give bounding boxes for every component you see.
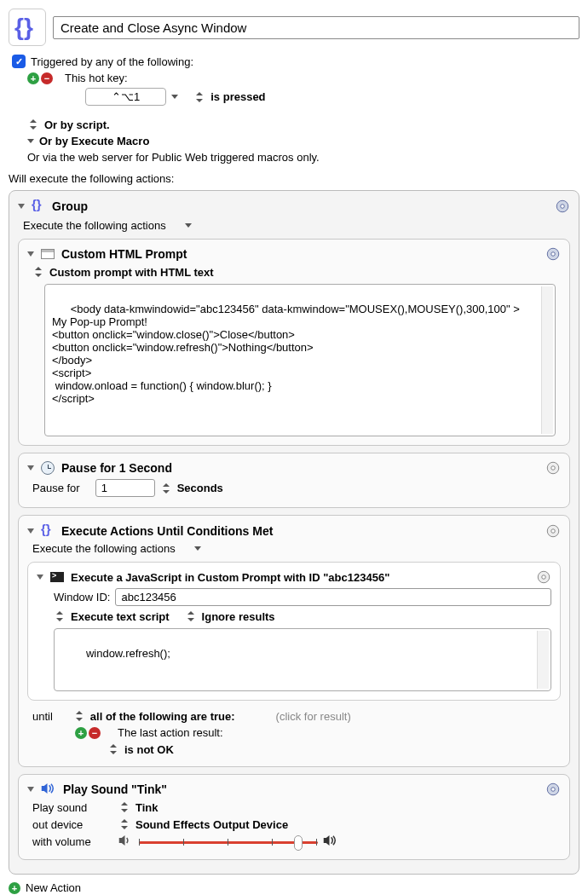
- terminal-icon: [50, 572, 64, 582]
- until-title: Execute Actions Until Conditions Met: [61, 524, 273, 538]
- all-true-label[interactable]: all of the following are true:: [90, 710, 235, 723]
- js-code-textarea[interactable]: window.refresh();: [54, 628, 551, 691]
- results-mode-label[interactable]: Ignore results: [202, 610, 275, 623]
- svg-point-12: [542, 575, 546, 580]
- group-subtitle: Execute the following actions: [23, 219, 166, 232]
- hotkey-label: This hot key:: [65, 72, 128, 84]
- gear-icon[interactable]: [555, 199, 570, 214]
- gear-icon[interactable]: [545, 246, 561, 262]
- svg-point-5: [551, 252, 556, 257]
- macro-title-input[interactable]: Create and Close Async Window: [53, 16, 579, 39]
- stepper-icon[interactable]: [32, 265, 44, 279]
- pause-for-label: Pause for: [32, 482, 80, 494]
- or-by-webserver-label: Or via the web server for Public Web tri…: [27, 151, 320, 164]
- disclosure-icon[interactable]: [27, 528, 34, 534]
- svg-text:{}: {}: [32, 198, 42, 211]
- play-sound-title: Play Sound "Tink": [63, 782, 167, 796]
- press-mode-stepper-icon[interactable]: [193, 90, 205, 104]
- slider-thumb[interactable]: [294, 835, 303, 851]
- svg-point-15: [551, 788, 556, 792]
- or-by-execute-macro-label[interactable]: Or by Execute Macro: [39, 135, 149, 147]
- play-sound-label: Play sound: [32, 801, 113, 814]
- execute-js-panel: Execute a JavaScript in Custom Prompt wi…: [27, 562, 561, 701]
- or-by-script-label[interactable]: Or by script.: [44, 118, 110, 131]
- will-execute-label: Will execute the following actions:: [9, 172, 579, 185]
- svg-point-3: [561, 204, 565, 208]
- stepper-icon[interactable]: [118, 800, 130, 814]
- execute-js-title: Execute a JavaScript in Custom Prompt wi…: [71, 571, 389, 584]
- disclosure-icon[interactable]: [37, 575, 43, 580]
- click-for-result-hint[interactable]: (click for result): [276, 710, 351, 723]
- triggered-by-label: Triggered by any of the following:: [31, 55, 193, 68]
- app-logo: {}: [9, 9, 46, 46]
- window-id-label: Window ID:: [54, 591, 110, 603]
- disclosure-icon[interactable]: [27, 787, 34, 792]
- add-trigger-button[interactable]: +: [27, 72, 39, 84]
- condition-label: The last action result:: [118, 726, 223, 739]
- svg-text:{}: {}: [41, 523, 51, 536]
- stepper-icon[interactable]: [160, 482, 172, 495]
- chevron-down-icon[interactable]: [185, 223, 192, 228]
- hotkey-menu-chevron-icon[interactable]: [171, 95, 178, 99]
- stepper-icon[interactable]: [185, 609, 197, 623]
- pause-unit-label[interactable]: Seconds: [177, 482, 223, 494]
- hotkey-field[interactable]: ⌃⌥1: [85, 88, 166, 106]
- window-icon: [41, 249, 55, 259]
- until-subtitle: Execute the following actions: [32, 542, 176, 555]
- custom-html-title: Custom HTML Prompt: [61, 247, 187, 261]
- new-action-label[interactable]: New Action: [26, 881, 81, 894]
- pause-value-input[interactable]: [95, 479, 155, 497]
- chevron-down-icon[interactable]: [194, 546, 201, 551]
- volume-slider[interactable]: [139, 835, 318, 849]
- add-condition-button[interactable]: +: [75, 727, 87, 739]
- svg-point-7: [551, 466, 556, 471]
- custom-html-mode-label[interactable]: Custom prompt with HTML text: [49, 266, 214, 279]
- add-action-button[interactable]: +: [9, 882, 20, 894]
- until-loop-panel: {} Execute Actions Until Conditions Met …: [18, 515, 570, 767]
- pause-title: Pause for 1 Second: [61, 461, 172, 475]
- svg-marker-13: [42, 783, 48, 794]
- stepper-icon[interactable]: [118, 817, 130, 831]
- remove-condition-button[interactable]: −: [89, 727, 101, 739]
- window-id-input[interactable]: [115, 588, 551, 606]
- speaker-icon: [41, 782, 56, 797]
- svg-text:{}: {}: [14, 14, 33, 40]
- volume-label: with volume: [32, 835, 113, 848]
- gear-icon[interactable]: [536, 569, 551, 585]
- sound-name-label[interactable]: Tink: [135, 801, 159, 814]
- gear-icon[interactable]: [545, 460, 561, 476]
- remove-trigger-button[interactable]: −: [41, 72, 53, 84]
- until-word-label: until: [32, 710, 53, 723]
- speaker-low-icon: [118, 834, 134, 849]
- svg-point-10: [551, 528, 556, 533]
- gear-icon[interactable]: [545, 782, 561, 797]
- disclosure-icon[interactable]: [27, 251, 34, 257]
- braces-icon: {}: [32, 198, 45, 214]
- braces-icon: {}: [41, 523, 55, 539]
- out-device-label: out device: [32, 818, 113, 831]
- play-sound-panel: Play Sound "Tink" Play sound Tink out de…: [18, 774, 570, 860]
- group-title: Group: [52, 199, 88, 213]
- scrollbar[interactable]: [537, 631, 549, 689]
- chevron-down-icon[interactable]: [27, 139, 34, 143]
- clock-icon: [41, 461, 55, 475]
- gear-icon[interactable]: [545, 523, 561, 539]
- script-mode-label[interactable]: Execute text script: [71, 610, 170, 623]
- svg-marker-16: [119, 835, 125, 846]
- custom-html-panel: Custom HTML Prompt Custom prompt with HT…: [18, 239, 570, 446]
- html-code-textarea[interactable]: <body data-kmwindowid="abc123456" data-k…: [44, 284, 556, 436]
- condition-op-label[interactable]: is not OK: [124, 743, 174, 756]
- group-panel: {} Group Execute the following actions C…: [9, 190, 579, 875]
- stepper-icon[interactable]: [54, 609, 66, 623]
- disclosure-icon[interactable]: [18, 204, 25, 209]
- svg-marker-17: [324, 835, 330, 846]
- stepper-icon[interactable]: [27, 118, 39, 131]
- scrollbar[interactable]: [541, 286, 553, 434]
- triggers-enabled-checkbox[interactable]: [12, 55, 26, 68]
- stepper-icon[interactable]: [107, 742, 119, 756]
- is-pressed-label[interactable]: is pressed: [210, 90, 265, 103]
- device-name-label[interactable]: Sound Effects Output Device: [135, 818, 288, 831]
- stepper-icon[interactable]: [73, 709, 85, 723]
- pause-panel: Pause for 1 Second Pause for Seconds: [18, 453, 570, 508]
- disclosure-icon[interactable]: [27, 465, 34, 471]
